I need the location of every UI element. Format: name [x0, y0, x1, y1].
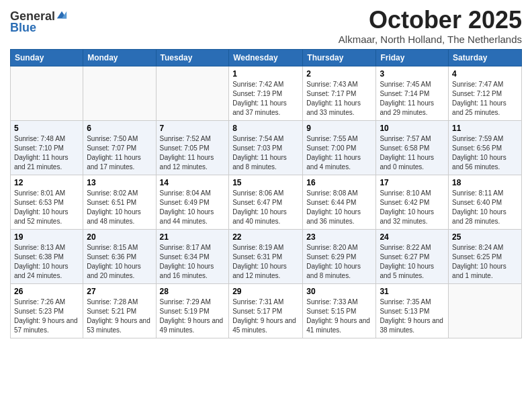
calendar-day-cell: 2Sunrise: 7:43 AM Sunset: 7:17 PM Daylig…: [303, 66, 376, 120]
day-info: Sunrise: 8:22 AM Sunset: 6:27 PM Dayligh…: [380, 243, 445, 281]
empty-day-cell: [11, 66, 83, 120]
day-info: Sunrise: 7:47 AM Sunset: 7:12 PM Dayligh…: [452, 80, 518, 118]
day-info: Sunrise: 8:17 AM Sunset: 6:34 PM Dayligh…: [160, 243, 226, 281]
location-subtitle: Alkmaar, North Holland, The Netherlands: [339, 34, 522, 45]
weekday-header-saturday: Saturday: [449, 49, 522, 66]
day-info: Sunrise: 7:52 AM Sunset: 7:05 PM Dayligh…: [160, 134, 226, 172]
calendar-week-row: 1Sunrise: 7:42 AM Sunset: 7:19 PM Daylig…: [11, 66, 522, 120]
day-info: Sunrise: 8:02 AM Sunset: 6:51 PM Dayligh…: [87, 189, 152, 226]
weekday-header-row: SundayMondayTuesdayWednesdayThursdayFrid…: [11, 49, 522, 66]
calendar-day-cell: 16Sunrise: 8:08 AM Sunset: 6:44 PM Dayli…: [303, 175, 376, 229]
weekday-header-monday: Monday: [83, 49, 156, 66]
day-number: 25: [452, 232, 518, 242]
day-info: Sunrise: 8:24 AM Sunset: 6:25 PM Dayligh…: [452, 243, 518, 281]
calendar-day-cell: 6Sunrise: 7:50 AM Sunset: 7:07 PM Daylig…: [83, 120, 156, 175]
logo-blue-text: Blue: [10, 21, 68, 35]
calendar-day-cell: 29Sunrise: 7:31 AM Sunset: 5:17 PM Dayli…: [229, 283, 303, 338]
day-number: 20: [87, 232, 152, 242]
day-number: 24: [380, 232, 445, 242]
day-info: Sunrise: 7:33 AM Sunset: 5:15 PM Dayligh…: [306, 298, 372, 335]
day-info: Sunrise: 8:15 AM Sunset: 6:36 PM Dayligh…: [87, 243, 152, 281]
calendar-day-cell: 20Sunrise: 8:15 AM Sunset: 6:36 PM Dayli…: [83, 229, 156, 283]
calendar-day-cell: 21Sunrise: 8:17 AM Sunset: 6:34 PM Dayli…: [156, 229, 229, 283]
calendar-week-row: 12Sunrise: 8:01 AM Sunset: 6:53 PM Dayli…: [11, 175, 522, 229]
calendar-day-cell: 26Sunrise: 7:26 AM Sunset: 5:23 PM Dayli…: [11, 283, 83, 338]
weekday-header-friday: Friday: [376, 49, 449, 66]
calendar-day-cell: 10Sunrise: 7:57 AM Sunset: 6:58 PM Dayli…: [376, 120, 449, 175]
calendar-day-cell: 23Sunrise: 8:20 AM Sunset: 6:29 PM Dayli…: [303, 229, 376, 283]
calendar-day-cell: 11Sunrise: 7:59 AM Sunset: 6:56 PM Dayli…: [449, 120, 522, 175]
calendar-day-cell: 30Sunrise: 7:33 AM Sunset: 5:15 PM Dayli…: [303, 283, 376, 338]
month-title: October 2025: [339, 7, 522, 34]
day-number: 15: [232, 178, 299, 187]
calendar-day-cell: 27Sunrise: 7:28 AM Sunset: 5:21 PM Dayli…: [83, 283, 156, 338]
calendar-day-cell: 18Sunrise: 8:11 AM Sunset: 6:40 PM Dayli…: [449, 175, 522, 229]
day-number: 4: [452, 69, 518, 79]
calendar-day-cell: 24Sunrise: 8:22 AM Sunset: 6:27 PM Dayli…: [376, 229, 449, 283]
logo: General Blue: [10, 9, 68, 35]
day-number: 11: [452, 124, 518, 133]
day-number: 16: [306, 178, 372, 187]
calendar-day-cell: 14Sunrise: 8:04 AM Sunset: 6:49 PM Dayli…: [156, 175, 229, 229]
day-info: Sunrise: 7:57 AM Sunset: 6:58 PM Dayligh…: [380, 134, 445, 172]
day-number: 14: [160, 178, 226, 187]
calendar-day-cell: 15Sunrise: 8:06 AM Sunset: 6:47 PM Dayli…: [229, 175, 303, 229]
day-info: Sunrise: 8:08 AM Sunset: 6:44 PM Dayligh…: [306, 189, 372, 226]
empty-day-cell: [83, 66, 156, 120]
day-info: Sunrise: 7:28 AM Sunset: 5:21 PM Dayligh…: [87, 298, 152, 335]
day-number: 5: [14, 124, 79, 133]
calendar-day-cell: 3Sunrise: 7:45 AM Sunset: 7:14 PM Daylig…: [376, 66, 449, 120]
day-number: 13: [87, 178, 152, 187]
day-number: 28: [160, 287, 226, 296]
day-info: Sunrise: 7:43 AM Sunset: 7:17 PM Dayligh…: [306, 80, 372, 118]
day-info: Sunrise: 8:20 AM Sunset: 6:29 PM Dayligh…: [306, 243, 372, 281]
empty-day-cell: [156, 66, 229, 120]
day-info: Sunrise: 8:01 AM Sunset: 6:53 PM Dayligh…: [14, 189, 79, 226]
weekday-header-thursday: Thursday: [303, 49, 376, 66]
title-area: October 2025 Alkmaar, North Holland, The…: [339, 7, 522, 45]
day-info: Sunrise: 7:54 AM Sunset: 7:03 PM Dayligh…: [232, 134, 299, 172]
day-number: 8: [232, 124, 299, 133]
calendar-week-row: 26Sunrise: 7:26 AM Sunset: 5:23 PM Dayli…: [11, 283, 522, 338]
calendar-day-cell: 31Sunrise: 7:35 AM Sunset: 5:13 PM Dayli…: [376, 283, 449, 338]
calendar-week-row: 5Sunrise: 7:48 AM Sunset: 7:10 PM Daylig…: [11, 120, 522, 175]
day-number: 26: [14, 287, 79, 296]
weekday-header-sunday: Sunday: [11, 49, 83, 66]
page-header: General Blue October 2025 Alkmaar, North…: [10, 7, 522, 45]
day-info: Sunrise: 7:59 AM Sunset: 6:56 PM Dayligh…: [452, 134, 518, 172]
day-info: Sunrise: 8:13 AM Sunset: 6:38 PM Dayligh…: [14, 243, 79, 281]
day-number: 29: [232, 287, 299, 296]
day-number: 17: [380, 178, 445, 187]
calendar-day-cell: 19Sunrise: 8:13 AM Sunset: 6:38 PM Dayli…: [11, 229, 83, 283]
day-number: 6: [87, 124, 152, 133]
day-number: 23: [306, 232, 372, 242]
day-info: Sunrise: 7:42 AM Sunset: 7:19 PM Dayligh…: [232, 80, 299, 118]
day-info: Sunrise: 8:04 AM Sunset: 6:49 PM Dayligh…: [160, 189, 226, 226]
day-info: Sunrise: 8:19 AM Sunset: 6:31 PM Dayligh…: [232, 243, 299, 281]
weekday-header-wednesday: Wednesday: [229, 49, 303, 66]
calendar-day-cell: 8Sunrise: 7:54 AM Sunset: 7:03 PM Daylig…: [229, 120, 303, 175]
day-number: 2: [306, 69, 372, 79]
day-number: 7: [160, 124, 226, 133]
calendar-day-cell: 7Sunrise: 7:52 AM Sunset: 7:05 PM Daylig…: [156, 120, 229, 175]
calendar-day-cell: 12Sunrise: 8:01 AM Sunset: 6:53 PM Dayli…: [11, 175, 83, 229]
day-info: Sunrise: 8:10 AM Sunset: 6:42 PM Dayligh…: [380, 189, 445, 226]
day-info: Sunrise: 7:50 AM Sunset: 7:07 PM Dayligh…: [87, 134, 152, 172]
calendar-day-cell: 28Sunrise: 7:29 AM Sunset: 5:19 PM Dayli…: [156, 283, 229, 338]
day-info: Sunrise: 7:45 AM Sunset: 7:14 PM Dayligh…: [380, 80, 445, 118]
calendar-day-cell: 5Sunrise: 7:48 AM Sunset: 7:10 PM Daylig…: [11, 120, 83, 175]
day-number: 9: [306, 124, 372, 133]
calendar-day-cell: 22Sunrise: 8:19 AM Sunset: 6:31 PM Dayli…: [229, 229, 303, 283]
day-number: 10: [380, 124, 445, 133]
day-number: 27: [87, 287, 152, 296]
day-number: 22: [232, 232, 299, 242]
empty-day-cell: [449, 283, 522, 338]
day-number: 21: [160, 232, 226, 242]
day-info: Sunrise: 7:35 AM Sunset: 5:13 PM Dayligh…: [380, 298, 445, 335]
day-number: 19: [14, 232, 79, 242]
day-info: Sunrise: 7:31 AM Sunset: 5:17 PM Dayligh…: [232, 298, 299, 335]
day-number: 3: [380, 69, 445, 79]
day-number: 31: [380, 287, 445, 296]
day-number: 30: [306, 287, 372, 296]
calendar-table: SundayMondayTuesdayWednesdayThursdayFrid…: [10, 49, 522, 338]
